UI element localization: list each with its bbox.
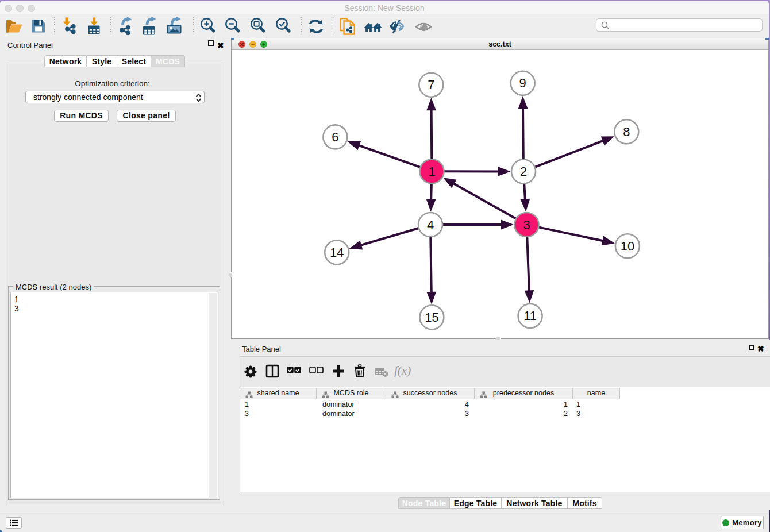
svg-text:4: 4 xyxy=(427,218,434,232)
svg-text:9: 9 xyxy=(519,76,526,90)
svg-text:1: 1 xyxy=(428,164,435,179)
svg-text:14: 14 xyxy=(330,245,344,260)
svg-text:15: 15 xyxy=(425,310,438,325)
svg-text:3: 3 xyxy=(523,218,530,232)
svg-text:8: 8 xyxy=(623,125,630,139)
svg-text:11: 11 xyxy=(523,309,537,323)
svg-text:2: 2 xyxy=(520,164,527,179)
svg-text:6: 6 xyxy=(332,130,338,144)
svg-text:f(x): f(x) xyxy=(394,364,411,377)
svg-text:7: 7 xyxy=(428,78,434,92)
svg-text:10: 10 xyxy=(621,239,634,253)
